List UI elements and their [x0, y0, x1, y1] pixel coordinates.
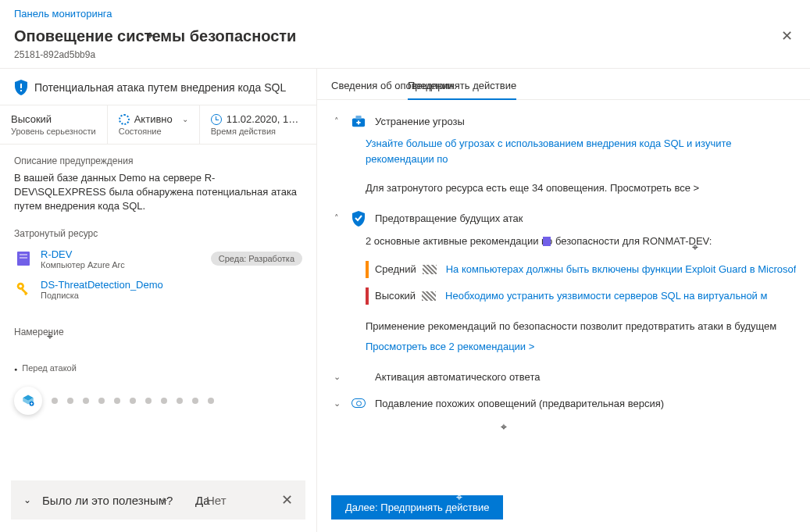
feedback-question: Было ли это полезным? ⌖ Да Нет	[42, 494, 270, 507]
alert-title: Потенциальная атака путем внедрения кода…	[34, 81, 286, 94]
chevron-down-icon[interactable]: ⌄	[23, 495, 31, 505]
eye-icon	[351, 396, 366, 410]
resource-name[interactable]: R-DEV	[41, 248, 203, 260]
alert-id: 25181-892ad5bb9a	[0, 49, 810, 68]
chevron-up-icon: ˄	[331, 213, 342, 223]
resource-row[interactable]: R-DEV Компьютер Azure Arc Среда: Разрабо…	[14, 244, 302, 274]
resource-subtitle: Подписка	[41, 291, 302, 300]
cursor-artifact-icon: ⌖	[161, 494, 167, 507]
svg-rect-11	[355, 116, 361, 119]
severity-bar-icon	[366, 261, 369, 278]
close-icon[interactable]: ✕	[778, 24, 796, 48]
svg-rect-1	[20, 90, 22, 91]
accordion-suppress-alerts[interactable]: ⌄ Подавление похожих оповещений (предвар…	[331, 396, 796, 410]
server-icon	[14, 249, 33, 268]
medkit-icon	[351, 114, 366, 128]
kill-chain-current-icon	[14, 387, 42, 415]
accordion-threat-remediation[interactable]: ˄ Устранение угрозы	[331, 114, 796, 128]
recommendation-row[interactable]: Высокий Необходимо устранить уязвимости …	[366, 283, 796, 309]
resource-name[interactable]: DS-ThreatDetection_Demo	[41, 279, 302, 291]
accordion-auto-response[interactable]: ⌄ Активация автоматического ответа	[331, 370, 796, 384]
prevent-footer-text: Применение рекомендаций по безопасности …	[366, 319, 796, 334]
recommendations-summary: 2 основные активные рекомендации по безо…	[366, 234, 796, 249]
feedback-no[interactable]: Нет	[206, 494, 227, 507]
thumbnail-icon	[423, 265, 437, 274]
affected-heading: Затронутый ресурс	[14, 228, 302, 239]
chevron-down-icon: ⌄	[331, 398, 342, 409]
description-text: В вашей базе данных Demo на сервере R-DE…	[14, 171, 302, 214]
chevron-up-icon: ˄	[331, 116, 342, 127]
svg-rect-4	[20, 257, 27, 259]
breadcrumb[interactable]: Панель мониторинга	[14, 8, 112, 20]
redaction-icon	[543, 237, 551, 246]
chevron-down-icon: ⌄	[331, 372, 342, 382]
thumbnail-icon	[422, 291, 436, 301]
metric-status[interactable]: Активно⌄ Состояние	[108, 105, 200, 144]
view-all-recs-link[interactable]: Просмотреть все 2 рекомендации >	[366, 341, 534, 352]
clock-icon	[211, 114, 222, 125]
svg-rect-0	[20, 84, 22, 88]
resource-subtitle: Компьютер Azure Arc	[41, 260, 203, 270]
key-icon	[14, 280, 33, 298]
close-icon[interactable]: ✕	[281, 491, 293, 509]
chevron-down-icon[interactable]: ⌄	[182, 115, 188, 123]
description-heading: Описание предупреждения	[14, 155, 302, 166]
shield-icon	[14, 80, 28, 95]
next-take-action-button[interactable]: Далее: Предпринять действие ⌖	[331, 495, 503, 520]
intent-heading: Намерение	[14, 327, 302, 337]
svg-point-6	[20, 285, 23, 288]
environment-badge: Среда: Разработка	[211, 252, 302, 266]
svg-rect-3	[20, 254, 27, 255]
accordion-prevent-attacks[interactable]: ˄ Предотвращение будущих атак	[331, 212, 796, 226]
cursor-artifact-icon: ⌖	[501, 419, 507, 435]
tab-take-action[interactable]: Предпринять действие	[408, 80, 516, 99]
kill-chain	[14, 377, 302, 424]
feedback-bar: ⌄ Было ли это полезным? ⌖ Да Нет ✕	[11, 480, 305, 520]
severity-bar-icon	[366, 287, 369, 305]
intent-stage: Перед атакой	[14, 363, 302, 373]
recommendation-row[interactable]: Средний На компьютерах должны быть включ…	[366, 256, 796, 283]
metric-severity: Высокий Уровень серьезности	[0, 105, 108, 144]
spinner-icon	[119, 114, 130, 125]
page-title: Оповещение системы безопасности ⌖	[14, 27, 778, 45]
learn-more-link[interactable]: Узнайте больше об угрозах с использовани…	[366, 137, 731, 165]
shield-check-icon	[351, 212, 366, 226]
more-alerts-text: Для затронутого ресурса есть еще 34 опов…	[366, 182, 699, 194]
metric-time: 11.02.2020, 1… Время действия	[200, 105, 310, 144]
resource-row[interactable]: DS-ThreatDetection_Demo Подписка	[14, 274, 302, 305]
